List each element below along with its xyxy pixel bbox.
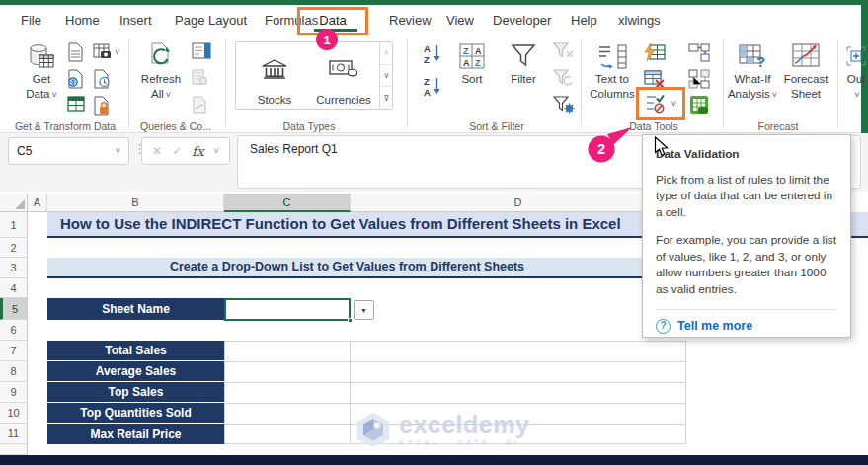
row-header-3[interactable]: 3 (0, 258, 28, 278)
remove-duplicates-button[interactable] (644, 69, 666, 89)
cancel-entry-icon[interactable]: ✕ (152, 144, 162, 158)
forecast-sheet-label-2: Sheet (791, 87, 821, 102)
forecast-sheet-label-1: Forecast (784, 72, 829, 87)
sheet-subtitle-cell[interactable]: Create a Drop-Down List to Get Values fr… (47, 258, 686, 278)
group-label-sort-filter: Sort & Filter (442, 120, 551, 132)
stocks-button[interactable]: Stocks (240, 46, 309, 106)
data-validation-dropdown-button[interactable]: ˅ (670, 99, 676, 109)
insert-function-icon[interactable]: fx (192, 144, 203, 159)
existing-connections-button[interactable] (93, 96, 110, 116)
metric-cell-max-retail-price[interactable]: Max Retail Price (47, 424, 224, 444)
column-header-b[interactable]: B (47, 194, 224, 212)
row-header-12-partial[interactable] (0, 444, 28, 455)
group-separator (723, 39, 724, 128)
gallery-scroll-controls[interactable]: ∧ ∨ ⊽ (379, 42, 393, 110)
row-header-6[interactable]: 6 (0, 320, 28, 341)
row-header-11[interactable]: 11 (0, 424, 28, 444)
metric-cell-average-sales[interactable]: Average Sales (47, 361, 224, 382)
from-picture-button[interactable]: ˅ (93, 42, 119, 62)
ribbon: Get Data˅ ˅ Get & Transform Data (0, 35, 861, 133)
recent-sources-button[interactable] (93, 69, 111, 89)
table-column-c[interactable] (224, 341, 351, 444)
select-all-corner[interactable] (0, 194, 28, 212)
group-outline-button[interactable]: Out ˅ (841, 40, 868, 103)
svg-text:?: ? (756, 53, 765, 69)
metric-cell-top-quantities-sold[interactable]: Top Quantities Sold (47, 403, 224, 424)
sort-descending-button[interactable]: ZA (423, 75, 442, 98)
cell-dropdown-button[interactable]: ▼ (354, 300, 374, 320)
flash-fill-button[interactable] (644, 42, 666, 62)
from-text-csv-button[interactable] (67, 42, 84, 62)
tab-review[interactable]: Review (389, 13, 432, 28)
gallery-scroll-down-icon: ∨ (380, 65, 393, 88)
group-label-data-types: Data Types (255, 120, 363, 132)
what-if-label-1: What-If (734, 73, 770, 85)
fill-handle[interactable] (348, 318, 353, 323)
text-to-columns-button[interactable]: Text to Columns (587, 40, 638, 102)
chevron-down-icon: ˅ (115, 47, 119, 57)
group-label-queries: Queries & Co... (130, 120, 221, 132)
what-if-analysis-button[interactable]: ? What-If Analysis˅ (727, 40, 778, 103)
from-table-range-button[interactable] (67, 96, 85, 112)
menu-bar: File Home Insert Page Layout Formulas Da… (0, 5, 861, 35)
tab-page-layout[interactable]: Page Layout (175, 13, 247, 28)
relationships-button[interactable] (688, 69, 710, 89)
table-column-d[interactable] (351, 341, 686, 444)
row-header-5-selected[interactable]: 5 (0, 298, 28, 320)
group-label-forecast: Forecast (731, 120, 826, 132)
tell-me-more-link[interactable]: Tell me more (677, 318, 752, 335)
column-header-c-selected[interactable]: C (224, 194, 351, 212)
tab-home[interactable]: Home (65, 13, 100, 28)
column-header-d[interactable]: D (351, 194, 686, 212)
sort-icon: ZAAZ (459, 40, 485, 72)
get-data-icon (28, 40, 55, 72)
sort-ascending-button[interactable]: AZ (423, 42, 442, 65)
queries-connections-button[interactable] (192, 42, 211, 59)
row-header-2[interactable]: 2 (0, 238, 28, 258)
sheet-name-label-cell[interactable]: Sheet Name (47, 298, 224, 320)
data-types-gallery: Stocks Currencies ∧ ∨ ⊽ (235, 41, 393, 110)
name-box[interactable]: C5 ˅ (8, 137, 129, 165)
tab-insert[interactable]: Insert (119, 13, 152, 28)
row-header-4[interactable]: 4 (0, 278, 28, 298)
consolidate-button[interactable] (688, 42, 710, 62)
from-web-button[interactable] (67, 69, 84, 89)
chevron-down-icon: ˅ (166, 90, 171, 100)
confirm-entry-icon[interactable]: ✓ (172, 144, 182, 158)
bottom-border-bar (0, 455, 868, 465)
selected-cell-c5[interactable] (224, 298, 351, 321)
tooltip-body-2: For example, you can provide a list of v… (656, 232, 837, 297)
manage-data-model-button[interactable] (688, 94, 710, 116)
filter-button[interactable]: Filter (500, 40, 547, 87)
row-header-8[interactable]: 8 (0, 361, 28, 382)
what-if-analysis-icon: ? (739, 40, 766, 72)
tab-developer[interactable]: Developer (493, 13, 551, 28)
tab-help[interactable]: Help (571, 13, 597, 28)
group-label-get-transform: Get & Transform Data (6, 120, 124, 132)
advanced-filter-button[interactable] (553, 96, 575, 114)
data-validation-button[interactable] (645, 93, 667, 115)
sort-button[interactable]: ZAAZ Sort (448, 40, 496, 87)
refresh-all-label-2: All (151, 88, 164, 100)
get-data-button[interactable]: Get Data˅ (18, 40, 65, 103)
row-header-1[interactable]: 1 (0, 212, 28, 238)
row-header-7[interactable]: 7 (0, 341, 28, 361)
forecast-sheet-button[interactable]: Forecast Sheet (780, 40, 831, 102)
refresh-all-button[interactable]: Refresh All˅ (136, 40, 186, 103)
metric-cell-total-sales[interactable]: Total Sales (47, 341, 224, 361)
formula-buttons-chevron-icon[interactable]: ˅ (214, 146, 219, 156)
properties-button-disabled (192, 69, 207, 85)
table-gridline (224, 382, 686, 383)
currencies-button[interactable]: Currencies (309, 46, 378, 106)
column-header-a[interactable]: A (28, 194, 47, 212)
table-gridline (224, 403, 686, 404)
row-header-10[interactable]: 10 (0, 403, 28, 424)
tab-xlwings[interactable]: xlwings (618, 13, 661, 28)
tab-view[interactable]: View (446, 13, 474, 28)
name-box-chevron-icon[interactable]: ˅ (116, 146, 120, 156)
tab-data[interactable]: Data (319, 13, 346, 30)
text-to-columns-icon (597, 40, 627, 72)
metric-cell-top-sales[interactable]: Top Sales (47, 382, 224, 403)
row-header-9[interactable]: 9 (0, 382, 28, 403)
tab-file[interactable]: File (21, 13, 41, 28)
